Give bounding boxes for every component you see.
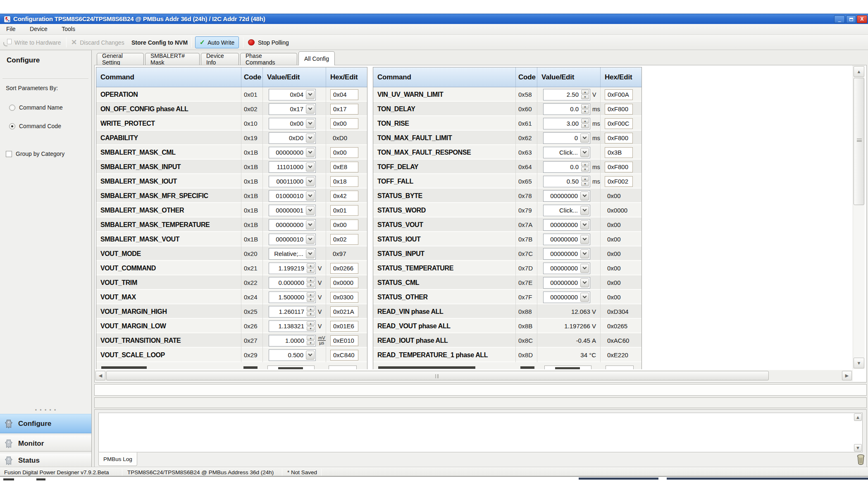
hex-input[interactable]: 0x18 <box>330 176 358 187</box>
tab-pmbus-log[interactable]: PMBus Log <box>98 452 137 466</box>
vertical-scrollbar-thumb[interactable] <box>854 78 864 205</box>
spin-down-icon[interactable]: ▼ <box>307 283 315 287</box>
value-dropdown[interactable]: 00000000 <box>543 234 590 245</box>
value-spinner[interactable]: 0.0▲▼ <box>543 103 590 115</box>
spin-down-icon[interactable]: ▼ <box>581 95 589 99</box>
spin-down-icon[interactable]: ▼ <box>581 124 589 128</box>
spin-up-icon[interactable]: ▲ <box>581 104 589 109</box>
value-dropdown[interactable]: 0x00 <box>269 118 316 129</box>
value-dropdown[interactable]: 00011000 <box>269 176 316 187</box>
spin-down-icon[interactable]: ▼ <box>307 268 315 273</box>
spin-down-icon[interactable]: ▼ <box>307 297 315 302</box>
splitter-handle[interactable]: • • • • • <box>0 407 92 413</box>
menu-file[interactable]: File <box>0 24 22 35</box>
hex-input[interactable]: 0x0000 <box>330 277 358 288</box>
menu-device[interactable]: Device <box>24 24 54 35</box>
hex-input[interactable]: 0x0266 <box>330 263 358 274</box>
value-spinner[interactable]: 1.260117▲▼ <box>269 306 316 318</box>
hex-input[interactable]: 0xF00C <box>605 118 633 129</box>
log-scroll-down-icon[interactable]: ▼ <box>854 444 862 452</box>
value-spinner[interactable]: 1.500000▲▼ <box>269 291 316 303</box>
spin-up-icon[interactable]: ▲ <box>307 263 315 268</box>
value-dropdown[interactable]: 00000000 <box>269 219 316 231</box>
spin-up-icon[interactable]: ▲ <box>307 292 315 297</box>
nav-status-button[interactable]: Status <box>0 454 91 467</box>
radio-command-code[interactable]: Command Code <box>9 123 61 129</box>
hex-input[interactable]: 0xC840 <box>330 350 358 361</box>
value-dropdown[interactable]: 00000000 <box>543 291 590 303</box>
value-spinner[interactable]: 3.00▲▼ <box>543 118 590 129</box>
spin-down-icon[interactable]: ▼ <box>581 109 589 114</box>
value-dropdown[interactable]: Click... <box>543 205 590 216</box>
dropdown-arrow-icon[interactable] <box>306 119 315 128</box>
hex-input[interactable]: 0xF00A <box>605 89 633 100</box>
value-dropdown[interactable]: 01000010 <box>269 190 316 202</box>
dropdown-arrow-icon[interactable] <box>306 235 315 244</box>
scroll-right-icon[interactable]: ▶ <box>842 371 852 380</box>
dropdown-arrow-icon[interactable] <box>306 351 315 360</box>
dropdown-arrow-icon[interactable] <box>306 177 315 186</box>
horizontal-scrollbar-thumb[interactable] <box>106 371 769 380</box>
hex-input[interactable]: 0x17 <box>330 104 358 115</box>
dropdown-arrow-icon[interactable] <box>306 191 315 201</box>
value-spinner[interactable]: 0.000000▲▼ <box>269 277 316 289</box>
dropdown-arrow-icon[interactable] <box>580 264 589 273</box>
dropdown-arrow-icon[interactable] <box>580 148 589 157</box>
scroll-up-icon[interactable]: ▲ <box>854 66 864 77</box>
hex-input[interactable]: 0xF800 <box>605 104 633 115</box>
store-config-to-nvm-button[interactable]: Store Config to NVM <box>131 35 188 50</box>
spin-up-icon[interactable]: ▲ <box>581 119 589 123</box>
spin-up-icon[interactable]: ▲ <box>307 336 315 340</box>
value-spinner[interactable]: 1.0000▲▼ <box>269 335 316 346</box>
value-dropdown[interactable]: 0.500 <box>269 349 316 361</box>
dropdown-arrow-icon[interactable] <box>306 249 315 258</box>
dropdown-arrow-icon[interactable] <box>580 235 589 244</box>
value-dropdown[interactable]: 00000001 <box>269 205 316 216</box>
dropdown-arrow-icon[interactable] <box>306 105 315 114</box>
auto-write-toggle[interactable]: ✓ Auto Write <box>195 36 239 48</box>
minimize-icon[interactable]: _ <box>834 15 845 23</box>
radio-command-name[interactable]: Command Name <box>9 104 63 111</box>
dropdown-arrow-icon[interactable] <box>306 206 315 215</box>
dropdown-arrow-icon[interactable] <box>580 220 589 229</box>
trash-icon[interactable] <box>856 454 866 465</box>
tab-device-info[interactable]: Device Info <box>201 53 239 65</box>
maximize-icon[interactable] <box>846 15 856 23</box>
value-dropdown[interactable]: 0x04 <box>269 89 316 100</box>
group-by-category-checkbox[interactable]: Group by Category <box>6 151 64 157</box>
value-dropdown[interactable]: 0x17 <box>269 103 316 115</box>
tab-all-config[interactable]: All Config <box>298 51 335 65</box>
hex-input[interactable]: 0xE8 <box>330 162 358 172</box>
dropdown-arrow-icon[interactable] <box>306 148 315 157</box>
spin-up-icon[interactable]: ▲ <box>581 162 589 167</box>
value-dropdown[interactable]: 00000000 <box>543 219 590 231</box>
value-dropdown[interactable]: 00000000 <box>543 190 590 202</box>
value-spinner[interactable]: 1.138321▲▼ <box>269 320 316 332</box>
value-dropdown[interactable]: Relative;... <box>269 248 316 260</box>
hex-input[interactable]: 0x01 <box>330 205 358 216</box>
tab-general-setting[interactable]: General Setting <box>97 53 144 65</box>
hex-input[interactable]: 0x04 <box>330 89 358 100</box>
value-dropdown[interactable]: 00000000 <box>543 248 590 260</box>
splitter-strip-upper[interactable] <box>94 384 867 396</box>
value-spinner[interactable]: 0.0▲▼ <box>543 161 590 173</box>
spin-up-icon[interactable]: ▲ <box>307 307 315 311</box>
spin-down-icon[interactable]: ▼ <box>581 182 589 186</box>
dropdown-arrow-icon[interactable] <box>580 293 589 302</box>
nav-monitor-button[interactable]: Monitor <box>0 435 91 452</box>
hex-input[interactable]: 0x42 <box>330 191 358 201</box>
dropdown-arrow-icon[interactable] <box>306 134 315 143</box>
hex-input[interactable]: 0x00 <box>330 118 358 129</box>
spin-up-icon[interactable]: ▲ <box>581 90 589 94</box>
spin-up-icon[interactable]: ▲ <box>581 177 589 181</box>
value-spinner[interactable]: 2.50▲▼ <box>543 89 590 100</box>
dropdown-arrow-icon[interactable] <box>306 220 315 229</box>
dropdown-arrow-icon[interactable] <box>306 90 315 99</box>
value-dropdown[interactable]: 00000000 <box>543 277 590 289</box>
scroll-down-icon[interactable]: ▼ <box>854 358 864 368</box>
hex-input[interactable]: 0xF002 <box>605 176 633 187</box>
dropdown-arrow-icon[interactable] <box>580 278 589 287</box>
spin-down-icon[interactable]: ▼ <box>307 326 315 331</box>
spin-up-icon[interactable]: ▲ <box>307 321 315 326</box>
dropdown-arrow-icon[interactable] <box>580 134 589 143</box>
